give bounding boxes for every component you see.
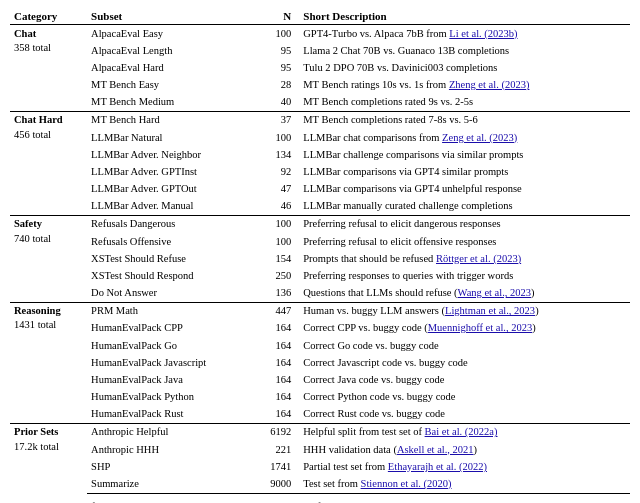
subset-cell: Do Not Answer — [87, 285, 254, 303]
description-cell: MT Bench ratings 10s vs. 1s from Zheng e… — [299, 77, 630, 94]
table-caption: Table 1: Summary of the datasets in REWA… — [10, 500, 630, 503]
n-cell: 100 — [254, 233, 299, 250]
description-cell: MT Bench completions rated 9s vs. 2-5s — [299, 94, 630, 112]
n-cell: 164 — [254, 406, 299, 424]
n-cell: 100 — [254, 25, 299, 43]
description-cell: MT Bench completions rated 7-8s vs. 5-6 — [299, 111, 630, 129]
n-cell: 164 — [254, 371, 299, 388]
subset-cell: XSTest Should Respond — [87, 267, 254, 284]
table-row: Chat Hard456 totalMT Bench Hard37MT Benc… — [10, 111, 630, 129]
n-cell: 95 — [254, 59, 299, 76]
description-cell: Preferring responses to queries with tri… — [299, 267, 630, 284]
table-row: XSTest Should Respond250Preferring respo… — [10, 267, 630, 284]
subset-cell: Summarize — [87, 475, 254, 493]
n-cell: 6192 — [254, 423, 299, 441]
description-cell: Helpful split from test set of Bai et al… — [299, 423, 630, 441]
description-cell: Preferring refusal to elicit dangerous r… — [299, 215, 630, 233]
col-category: Category — [10, 8, 87, 25]
n-cell: 1741 — [254, 458, 299, 475]
n-cell: 46 — [254, 198, 299, 216]
table-row: Refusals Offensive100Preferring refusal … — [10, 233, 630, 250]
subset-cell: SHP — [87, 458, 254, 475]
table-row: MT Bench Medium40MT Bench completions ra… — [10, 94, 630, 112]
table-row: HumanEvalPack Rust164Correct Rust code v… — [10, 406, 630, 424]
description-cell: Tulu 2 DPO 70B vs. Davinici003 completio… — [299, 59, 630, 76]
description-cell: Llama 2 Chat 70B vs. Guanaco 13B complet… — [299, 42, 630, 59]
col-subset: Subset — [87, 8, 254, 25]
description-cell: LLMBar comparisons via GPT4 unhelpful re… — [299, 181, 630, 198]
description-cell: HHH validation data (Askell et al., 2021… — [299, 441, 630, 458]
subset-cell: XSTest Should Refuse — [87, 250, 254, 267]
subset-cell: Refusals Dangerous — [87, 215, 254, 233]
subset-cell: AlpacaEval Length — [87, 42, 254, 59]
subset-cell: HumanEvalPack Go — [87, 337, 254, 354]
n-cell: 164 — [254, 354, 299, 371]
table-row: LLMBar Adver. Manual46LLMBar manually cu… — [10, 198, 630, 216]
n-cell: 164 — [254, 389, 299, 406]
n-cell: 221 — [254, 441, 299, 458]
subset-cell: HumanEvalPack Rust — [87, 406, 254, 424]
table-row: HumanEvalPack Go164Correct Go code vs. b… — [10, 337, 630, 354]
table-row: MT Bench Easy28MT Bench ratings 10s vs. … — [10, 77, 630, 94]
subset-cell: MT Bench Easy — [87, 77, 254, 94]
table-row: Summarize9000Test set from Stiennon et a… — [10, 475, 630, 493]
table-row: HumanEvalPack Java164Correct Java code v… — [10, 371, 630, 388]
table-row: Do Not Answer136Questions that LLMs shou… — [10, 285, 630, 303]
table-row: Chat358 totalAlpacaEval Easy100GPT4-Turb… — [10, 25, 630, 43]
category-cell: Reasoning1431 total — [10, 302, 87, 423]
subset-cell: AlpacaEval Easy — [87, 25, 254, 43]
n-cell: 100 — [254, 215, 299, 233]
subset-cell: HumanEvalPack Javascript — [87, 354, 254, 371]
n-cell: 250 — [254, 267, 299, 284]
table-header-row: Category Subset N Short Description — [10, 8, 630, 25]
table-row: LLMBar Adver. GPTOut47LLMBar comparisons… — [10, 181, 630, 198]
description-cell: LLMBar challenge comparisons via similar… — [299, 146, 630, 163]
table-row: Prior Sets17.2k totalAnthropic Helpful61… — [10, 423, 630, 441]
table-row: LLMBar Natural100LLMBar chat comparisons… — [10, 129, 630, 146]
description-cell: Correct CPP vs. buggy code (Muennighoff … — [299, 320, 630, 337]
n-cell: 136 — [254, 285, 299, 303]
subset-cell: LLMBar Adver. Neighbor — [87, 146, 254, 163]
n-cell: 100 — [254, 129, 299, 146]
description-cell: Correct Rust code vs. buggy code — [299, 406, 630, 424]
table-row: XSTest Should Refuse154Prompts that shou… — [10, 250, 630, 267]
col-n: N — [254, 8, 299, 25]
subset-cell: Anthropic Helpful — [87, 423, 254, 441]
subset-cell: LLMBar Adver. Manual — [87, 198, 254, 216]
description-cell: LLMBar chat comparisons from Zeng et al.… — [299, 129, 630, 146]
n-cell: 37 — [254, 111, 299, 129]
subset-cell: PRM Math — [87, 302, 254, 320]
subset-cell: LLMBar Adver. GPTInst — [87, 163, 254, 180]
category-cell: Prior Sets17.2k total — [10, 423, 87, 493]
subset-cell: HumanEvalPack CPP — [87, 320, 254, 337]
n-cell: 164 — [254, 337, 299, 354]
subset-cell: Anthropic HHH — [87, 441, 254, 458]
n-cell: 95 — [254, 42, 299, 59]
table-row: HumanEvalPack Javascript164Correct Javas… — [10, 354, 630, 371]
table-row: AlpacaEval Hard95Tulu 2 DPO 70B vs. Davi… — [10, 59, 630, 76]
subset-cell: HumanEvalPack Python — [87, 389, 254, 406]
n-cell: 154 — [254, 250, 299, 267]
subset-cell: MT Bench Hard — [87, 111, 254, 129]
table-row: Safety740 totalRefusals Dangerous100Pref… — [10, 215, 630, 233]
n-cell: 447 — [254, 302, 299, 320]
n-cell: 47 — [254, 181, 299, 198]
category-cell: Chat358 total — [10, 25, 87, 112]
description-cell: Test set from Stiennon et al. (2020) — [299, 475, 630, 493]
n-cell: 9000 — [254, 475, 299, 493]
description-cell: Preferring refusal to elicit offensive r… — [299, 233, 630, 250]
table-row: HumanEvalPack CPP164Correct CPP vs. bugg… — [10, 320, 630, 337]
n-cell: 164 — [254, 320, 299, 337]
description-cell: Correct Javascript code vs. buggy code — [299, 354, 630, 371]
description-cell: Correct Python code vs. buggy code — [299, 389, 630, 406]
n-cell: 28 — [254, 77, 299, 94]
category-cell: Safety740 total — [10, 215, 87, 302]
description-cell: Human vs. buggy LLM answers (Lightman et… — [299, 302, 630, 320]
table-row: LLMBar Adver. GPTInst92LLMBar comparison… — [10, 163, 630, 180]
n-cell: 92 — [254, 163, 299, 180]
description-cell: LLMBar manually curated challenge comple… — [299, 198, 630, 216]
description-cell: Correct Go code vs. buggy code — [299, 337, 630, 354]
table-row: LLMBar Adver. Neighbor134LLMBar challeng… — [10, 146, 630, 163]
n-cell: 134 — [254, 146, 299, 163]
main-table: Category Subset N Short Description Chat… — [10, 8, 630, 494]
